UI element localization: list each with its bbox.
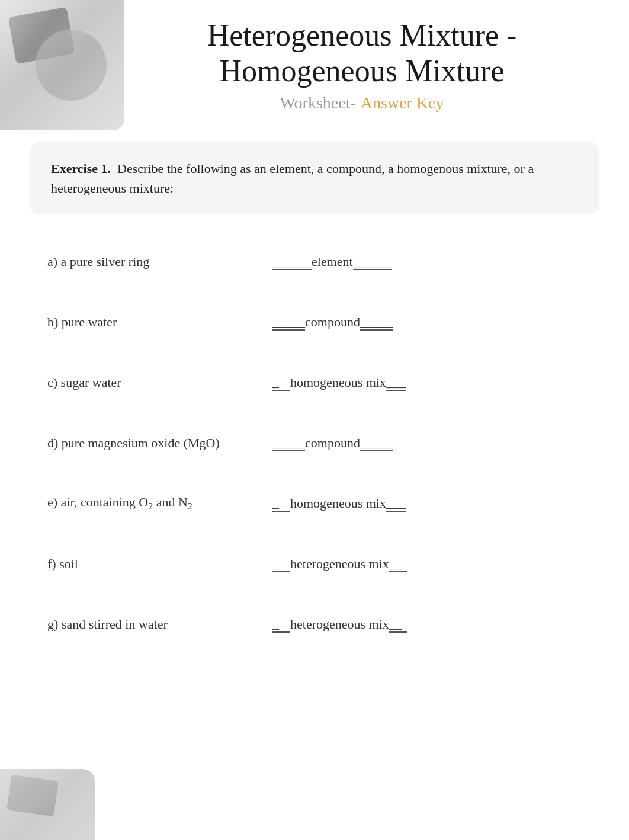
answer-prefix-e: _ — [272, 495, 290, 512]
item-label-c: c) sugar water — [47, 375, 272, 390]
item-answer-b: _____compound_____ — [272, 314, 582, 331]
answer-text-d: compound — [305, 435, 360, 451]
answer-prefix-g: _ — [272, 616, 290, 633]
answer-suffix-f: __ — [389, 556, 407, 572]
main-title: Heterogeneous Mixture - Homogeneous Mixt… — [130, 18, 593, 89]
item-label-text-g: g) sand stirred in water — [47, 617, 168, 631]
item-row: c) sugar water _homogeneous mix___ — [47, 365, 582, 400]
item-label-text-b: b) pure water — [47, 315, 117, 329]
answer-text-f: heterogeneous mix — [290, 556, 389, 572]
title-line1: Heterogeneous Mixture - — [207, 18, 517, 52]
answer-text-a: element — [312, 254, 353, 270]
item-label-text-e: e) air, containing O2 and N2 — [47, 495, 192, 509]
answer-prefix-b: _____ — [272, 314, 305, 331]
subtitle-row: Worksheet- Answer Key — [130, 94, 593, 113]
title-line2: Homogeneous Mixture — [220, 54, 505, 88]
item-label-text-a: a) a pure silver ring — [47, 254, 149, 269]
subtitle-worksheet: Worksheet- — [280, 94, 355, 113]
item-label-text-d: d) pure magnesium oxide (MgO) — [47, 435, 220, 450]
answer-suffix-a: ______ — [353, 254, 392, 270]
answer-text-c: homogeneous mix — [290, 375, 386, 390]
item-answer-g: _heterogeneous mix__ — [272, 616, 582, 633]
item-label-a: a) a pure silver ring — [47, 254, 272, 270]
answer-prefix-d: _____ — [272, 435, 305, 451]
item-label-text-f: f) soil — [47, 556, 78, 571]
answer-prefix-a: ______ — [272, 254, 312, 270]
answer-prefix-c: _ — [272, 374, 290, 391]
items-section: a) a pure silver ring ______element_____… — [0, 232, 629, 703]
item-label-f: f) soil — [47, 556, 272, 572]
item-row: f) soil _heterogeneous mix__ — [47, 546, 582, 582]
answer-suffix-e: ___ — [386, 495, 406, 512]
exercise-text: Exercise 1. Describe the following as an… — [51, 159, 578, 198]
answer-text-g: heterogeneous mix — [290, 617, 389, 632]
top-left-decoration-image — [0, 0, 124, 130]
item-row: d) pure magnesium oxide (MgO) _____compo… — [47, 425, 582, 461]
answer-suffix-c: ___ — [386, 374, 406, 391]
exercise-description: Describe the following as an element, a … — [51, 161, 534, 195]
item-row: a) a pure silver ring ______element_____… — [47, 244, 582, 280]
item-row: g) sand stirred in water _heterogeneous … — [47, 607, 582, 642]
item-answer-a: ______element______ — [272, 254, 582, 270]
answer-suffix-b: _____ — [360, 314, 393, 331]
item-label-b: b) pure water — [47, 315, 272, 330]
answer-text-e: homogeneous mix — [290, 496, 386, 511]
answer-prefix-f: _ — [272, 556, 290, 572]
item-label-e: e) air, containing O2 and N2 — [47, 495, 272, 512]
item-row: e) air, containing O2 and N2 _homogeneou… — [47, 486, 582, 521]
item-label-g: g) sand stirred in water — [47, 617, 272, 632]
page: Heterogeneous Mixture - Homogeneous Mixt… — [0, 0, 629, 840]
subtitle-answer: Answer Key — [361, 94, 444, 113]
answer-suffix-g: __ — [389, 616, 407, 633]
bottom-left-decoration-image — [0, 769, 95, 840]
item-answer-e: _homogeneous mix___ — [272, 495, 582, 512]
answer-text-b: compound — [305, 315, 360, 330]
item-answer-d: _____compound_____ — [272, 435, 582, 451]
item-answer-f: _heterogeneous mix__ — [272, 556, 582, 572]
item-row: b) pure water _____compound_____ — [47, 304, 582, 340]
answer-suffix-d: _____ — [360, 435, 393, 451]
item-label-d: d) pure magnesium oxide (MgO) — [47, 435, 272, 451]
exercise-box: Exercise 1. Describe the following as an… — [30, 142, 599, 214]
exercise-label: Exercise 1. — [51, 161, 111, 176]
item-answer-c: _homogeneous mix___ — [272, 374, 582, 391]
item-label-text-c: c) sugar water — [47, 375, 121, 390]
